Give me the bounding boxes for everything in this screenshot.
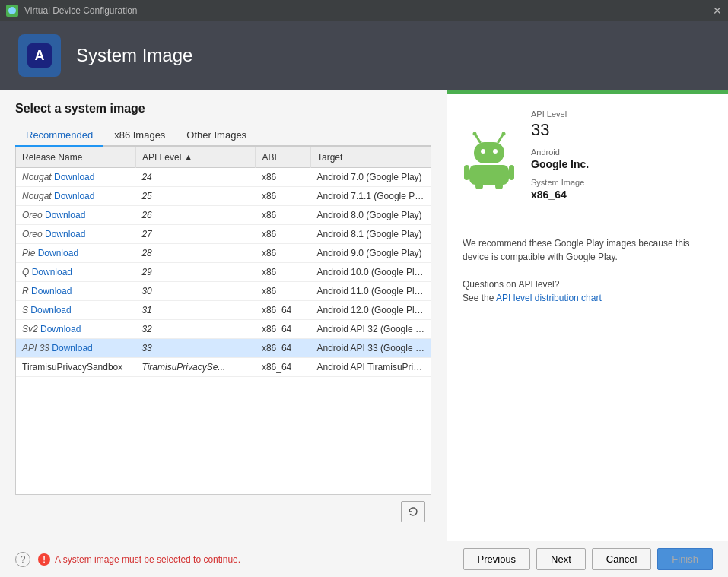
svg-rect-13 <box>475 183 483 189</box>
cell-target: Android 7.1.1 (Google Play) <box>311 187 431 206</box>
release-name-text: API 33 <box>22 343 52 353</box>
download-link[interactable]: Download <box>32 267 72 277</box>
svg-line-5 <box>498 135 503 142</box>
right-panel: API Level 33 Android Google Inc. System … <box>447 90 728 541</box>
table-body: Nougat Download24x86Android 7.0 (Google … <box>16 168 431 377</box>
cell-abi: x86_64 <box>256 301 311 320</box>
description-text: We recommend these Google Play images be… <box>463 236 713 264</box>
release-name-text: Nougat <box>22 172 54 182</box>
download-link[interactable]: Download <box>45 210 85 220</box>
download-link[interactable]: Download <box>45 229 85 239</box>
image-list: Release Name API Level ▲ ABI Target Noug… <box>16 147 431 377</box>
download-link[interactable]: Download <box>30 305 71 315</box>
image-info: API Level 33 Android Google Inc. System … <box>531 109 589 208</box>
api-link-text: See the API level distribution chart <box>463 291 713 305</box>
table-row[interactable]: Nougat Download25x86Android 7.1.1 (Googl… <box>16 187 431 206</box>
tab-otherimages[interactable]: Other Images <box>176 125 257 147</box>
cell-api-level: 24 <box>135 168 255 187</box>
table-row[interactable]: R Download30x86Android 11.0 (Google Play… <box>16 282 431 301</box>
svg-text:A: A <box>35 48 45 63</box>
cell-api-level: 25 <box>135 187 255 206</box>
api-question: Questions on API level? <box>463 277 713 291</box>
cell-api-level: 33 <box>135 339 255 358</box>
table-row[interactable]: Q Download29x86Android 10.0 (Google Play… <box>16 263 431 282</box>
svg-rect-14 <box>495 183 503 189</box>
page-title: System Image <box>76 45 192 66</box>
error-message: ! A system image must be selected to con… <box>38 553 240 566</box>
svg-rect-7 <box>474 142 504 163</box>
release-name-text: Oreo <box>22 210 45 220</box>
refresh-button[interactable] <box>401 501 425 522</box>
cell-release-name: Q Download <box>16 263 135 282</box>
download-link[interactable]: Download <box>31 286 72 296</box>
table-row[interactable]: Nougat Download24x86Android 7.0 (Google … <box>16 168 431 187</box>
android-value: Google Inc. <box>531 158 589 170</box>
cell-release-name: Oreo Download <box>16 206 135 225</box>
release-name-text: Pie <box>22 248 38 258</box>
table-row[interactable]: TiramisuPrivacySandboxTiramisuPrivacySe.… <box>16 358 431 377</box>
download-link[interactable]: Download <box>54 172 94 182</box>
cell-abi: x86 <box>256 206 311 225</box>
svg-point-6 <box>502 132 506 136</box>
api-level-value: 33 <box>531 120 589 140</box>
cell-target: Android 11.0 (Google Play) <box>311 282 431 301</box>
table-row[interactable]: Sv2 Download32x86_64Android API 32 (Goog… <box>16 320 431 339</box>
description-section: We recommend these Google Play images be… <box>463 224 713 305</box>
cell-target: Android 9.0 (Google Play) <box>311 244 431 263</box>
api-level-distribution-link[interactable]: API level distribution chart <box>496 293 602 303</box>
help-button[interactable]: ? <box>15 552 30 567</box>
previous-button[interactable]: Previous <box>463 548 531 570</box>
release-name-text: R <box>22 286 31 296</box>
next-button[interactable]: Next <box>536 548 586 570</box>
section-title: Select a system image <box>15 102 431 116</box>
android-robot-image <box>463 128 516 189</box>
cell-release-name: Nougat Download <box>16 168 135 187</box>
download-link[interactable]: Download <box>54 191 94 201</box>
svg-rect-11 <box>464 165 469 180</box>
tabs: Recommended x86 Images Other Images <box>15 125 431 147</box>
api-link-prefix: See the <box>463 293 496 303</box>
error-icon: ! <box>38 553 50 566</box>
header-icon: A <box>18 34 61 77</box>
download-link[interactable]: Download <box>52 343 92 353</box>
cell-target: Android 7.0 (Google Play) <box>311 168 431 187</box>
cell-api-level: 27 <box>135 225 255 244</box>
svg-point-8 <box>481 149 485 154</box>
table-row[interactable]: Pie Download28x86Android 9.0 (Google Pla… <box>16 244 431 263</box>
table-row[interactable]: S Download31x86_64Android 12.0 (Google P… <box>16 301 431 320</box>
cell-target: Android API TiramisuPriva... <box>311 358 431 377</box>
error-text: A system image must be selected to conti… <box>55 554 240 565</box>
cell-abi: x86_64 <box>256 320 311 339</box>
tab-x86images[interactable]: x86 Images <box>103 125 176 147</box>
download-link[interactable]: Download <box>38 248 78 258</box>
api-level-section: API Level 33 <box>531 109 589 140</box>
cell-abi: x86 <box>256 244 311 263</box>
cancel-button[interactable]: Cancel <box>592 548 651 570</box>
release-name-text: S <box>22 305 30 315</box>
svg-point-4 <box>473 132 477 136</box>
finish-button[interactable]: Finish <box>657 548 713 570</box>
action-buttons: Previous Next Cancel Finish <box>463 548 713 570</box>
table-row[interactable]: Oreo Download27x86Android 8.1 (Google Pl… <box>16 225 431 244</box>
bottom-bar: ? ! A system image must be selected to c… <box>0 541 728 577</box>
cell-abi: x86 <box>256 263 311 282</box>
cell-target: Android 10.0 (Google Play) <box>311 263 431 282</box>
cell-target: Android 12.0 (Google Play) <box>311 301 431 320</box>
header: A System Image <box>0 21 728 90</box>
tab-recommended[interactable]: Recommended <box>15 125 103 147</box>
table-row[interactable]: Oreo Download26x86Android 8.0 (Google Pl… <box>16 206 431 225</box>
cell-target: Android API 33 (Google P... <box>311 339 431 358</box>
android-section: Android Google Inc. <box>531 147 589 170</box>
table-row[interactable]: API 33 Download33x86_64Android API 33 (G… <box>16 339 431 358</box>
svg-point-9 <box>493 149 498 154</box>
cell-api-level: 30 <box>135 282 255 301</box>
svg-rect-12 <box>509 165 514 180</box>
system-image-value: x86_64 <box>531 189 589 201</box>
download-link[interactable]: Download <box>40 324 81 334</box>
title-bar: Virtual Device Configuration ✕ <box>0 0 728 21</box>
release-name-text: Sv2 <box>22 324 40 334</box>
close-button[interactable]: ✕ <box>713 5 722 17</box>
cell-release-name: S Download <box>16 301 135 320</box>
cell-abi: x86 <box>256 168 311 187</box>
cell-release-name: API 33 Download <box>16 339 135 358</box>
